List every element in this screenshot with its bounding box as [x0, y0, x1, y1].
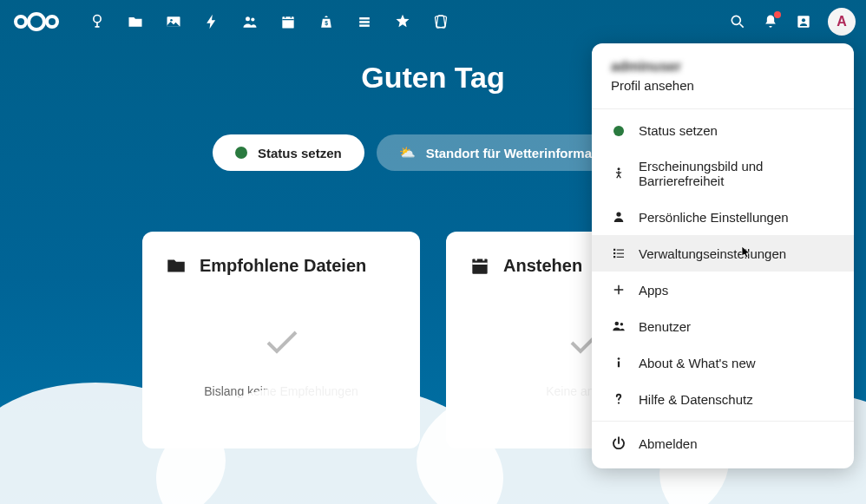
svg-rect-26	[617, 257, 624, 258]
svg-rect-23	[613, 252, 615, 254]
online-status-dot	[613, 126, 624, 136]
svg-rect-24	[617, 253, 624, 254]
menu-item-users[interactable]: Benutzer	[592, 308, 854, 344]
calendar-icon[interactable]	[279, 13, 297, 30]
contacts-menu-icon[interactable]	[795, 13, 812, 30]
power-icon	[611, 435, 627, 451]
mouse-cursor	[739, 245, 753, 263]
upcoming-title: Anstehen	[503, 256, 582, 276]
menu-label: Verwaltungseinstellungen	[639, 246, 786, 261]
menu-label: Status setzen	[639, 123, 718, 138]
svg-point-17	[802, 18, 805, 22]
info-icon	[611, 355, 627, 370]
menu-item-apps[interactable]: Apps	[592, 272, 854, 308]
money-icon[interactable]: $	[318, 13, 335, 30]
weather-icon: ⛅	[399, 145, 416, 160]
accessibility-icon	[611, 166, 627, 181]
online-status-dot	[235, 147, 247, 159]
menu-item-appearance[interactable]: Erscheinungsbild und Barrierefreiheit	[592, 148, 854, 199]
svg-point-27	[615, 322, 620, 326]
search-icon[interactable]	[729, 13, 746, 30]
svg-point-3	[94, 16, 101, 23]
menu-item-personal[interactable]: Persönliche Einstellungen	[592, 199, 854, 235]
svg-point-19	[618, 167, 620, 170]
contacts-icon[interactable]	[241, 13, 259, 30]
svg-rect-11	[359, 21, 370, 23]
svg-rect-14	[436, 16, 447, 29]
notifications-icon[interactable]	[762, 13, 779, 30]
menu-divider	[592, 108, 854, 109]
photos-icon[interactable]	[165, 13, 182, 30]
person-icon	[611, 209, 627, 225]
svg-point-20	[616, 212, 620, 216]
svg-point-28	[620, 323, 623, 325]
svg-point-0	[16, 16, 26, 27]
header-bar: $ A	[0, 0, 866, 43]
menu-label: Erscheinungsbild und Barrierefreiheit	[639, 159, 835, 188]
svg-rect-8	[282, 16, 293, 28]
menu-item-about[interactable]: About & What's new	[592, 344, 854, 381]
menu-item-logout[interactable]: Abmelden	[592, 425, 854, 461]
dashboard-icon[interactable]	[89, 13, 106, 30]
menu-label: About & What's new	[639, 356, 756, 370]
bookmark-icon[interactable]	[394, 13, 411, 30]
question-icon	[611, 391, 627, 407]
menu-username: adminuser	[611, 59, 835, 75]
avatar-initial: A	[836, 14, 847, 29]
menu-label: Persönliche Einstellungen	[639, 210, 789, 225]
avatar[interactable]: A	[828, 8, 856, 36]
menu-item-admin[interactable]: Verwaltungseinstellungen	[592, 235, 854, 272]
users-icon	[611, 318, 627, 334]
deck-icon[interactable]	[356, 13, 373, 30]
menu-item-status[interactable]: Status setzen	[592, 113, 854, 148]
svg-point-1	[29, 14, 44, 29]
files-icon[interactable]	[127, 13, 144, 30]
recommended-title: Empfohlene Dateien	[200, 256, 366, 276]
svg-point-6	[246, 16, 250, 21]
svg-rect-21	[613, 249, 615, 251]
calendar-icon	[469, 254, 491, 277]
set-status-label: Status setzen	[258, 146, 342, 160]
svg-rect-10	[359, 17, 370, 20]
set-status-pill[interactable]: Status setzen	[213, 134, 364, 171]
menu-divider	[592, 421, 854, 422]
svg-text:$: $	[325, 20, 328, 27]
folder-icon	[165, 254, 187, 277]
menu-label: Benutzer	[639, 319, 691, 334]
nav-icons: $	[80, 13, 729, 30]
menu-label: Hilfe & Datenschutz	[639, 392, 753, 407]
svg-rect-18	[472, 259, 487, 273]
cards-icon[interactable]	[432, 13, 449, 30]
view-profile-link[interactable]: Profil ansehen	[611, 78, 835, 93]
svg-rect-22	[617, 250, 624, 251]
svg-point-29	[618, 357, 620, 360]
menu-label: Apps	[639, 283, 668, 298]
svg-point-7	[251, 17, 254, 21]
svg-rect-12	[359, 24, 370, 27]
svg-point-15	[732, 16, 740, 24]
menu-item-help[interactable]: Hilfe & Datenschutz	[592, 381, 854, 417]
svg-point-31	[618, 402, 620, 403]
svg-rect-30	[618, 362, 620, 368]
header-right: A	[729, 8, 856, 36]
activity-icon[interactable]	[203, 13, 220, 30]
logo[interactable]	[10, 9, 62, 35]
list-icon	[611, 245, 627, 261]
svg-point-2	[47, 16, 57, 27]
plus-icon	[611, 282, 627, 298]
svg-rect-25	[613, 256, 615, 258]
svg-point-5	[170, 19, 173, 21]
menu-label: Abmelden	[639, 436, 698, 451]
user-menu: adminuser Profil ansehen Status setzen E…	[592, 43, 854, 468]
